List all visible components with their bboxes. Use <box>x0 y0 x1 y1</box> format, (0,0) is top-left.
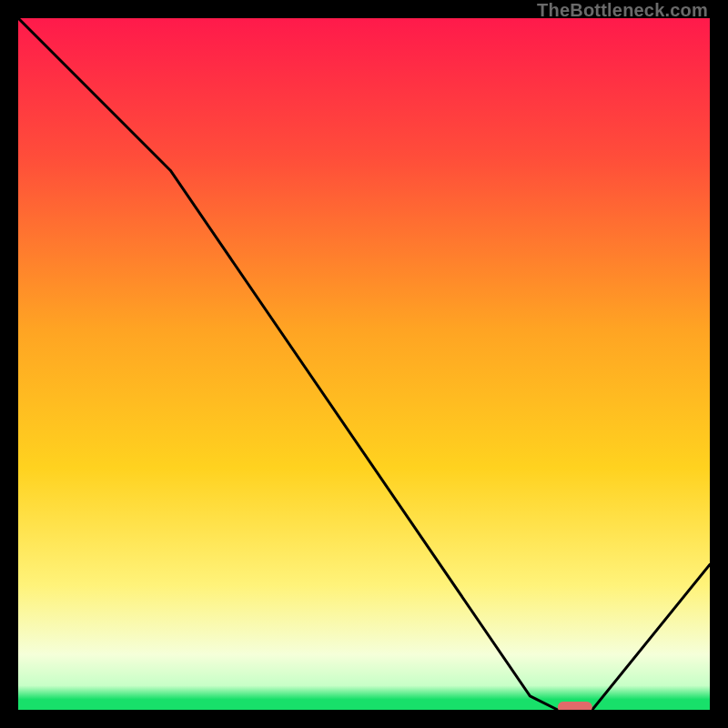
optimal-marker <box>558 702 592 710</box>
watermark-text: TheBottleneck.com <box>537 0 708 21</box>
bottleneck-chart <box>18 18 710 710</box>
chart-frame <box>18 18 710 710</box>
